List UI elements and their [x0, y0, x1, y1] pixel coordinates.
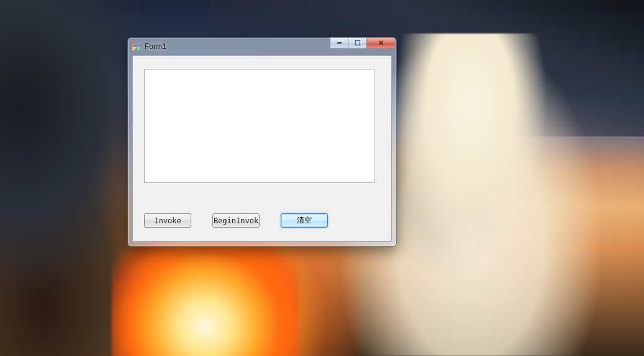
- form-client-area: Invoke BeginInvok 清空: [132, 55, 392, 242]
- minimize-icon: ━: [337, 39, 342, 47]
- button-row: Invoke BeginInvok 清空: [144, 213, 328, 228]
- output-textbox[interactable]: [144, 69, 375, 183]
- maximize-icon: ☐: [355, 39, 361, 47]
- maximize-button[interactable]: ☐: [348, 37, 367, 49]
- app-window: Form1 ━ ☐ ✕ Invoke BeginInvok 清空: [127, 37, 397, 247]
- window-title: Form1: [145, 42, 330, 51]
- clear-button[interactable]: 清空: [281, 213, 328, 228]
- minimize-button[interactable]: ━: [330, 37, 348, 49]
- close-icon: ✕: [378, 39, 384, 47]
- window-control-buttons: ━ ☐ ✕: [330, 37, 396, 49]
- close-button[interactable]: ✕: [367, 37, 396, 49]
- titlebar[interactable]: Form1 ━ ☐ ✕: [128, 38, 396, 55]
- invoke-button[interactable]: Invoke: [144, 213, 191, 228]
- begin-invoke-button[interactable]: BeginInvok: [212, 213, 260, 228]
- winforms-app-icon: [132, 42, 142, 51]
